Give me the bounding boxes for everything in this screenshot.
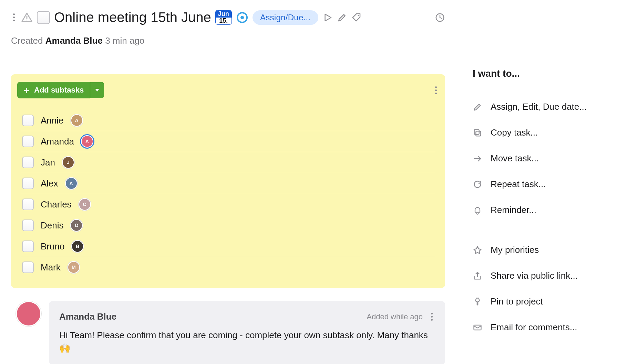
- subtask-checkbox[interactable]: [22, 157, 34, 168]
- more-menu-icon[interactable]: [11, 11, 17, 23]
- tag-icon[interactable]: [351, 12, 362, 23]
- subtasks-panel: ＋ Add subtasks AnnieAAmandaAJanJAlexACha…: [11, 74, 445, 288]
- comment-more-icon[interactable]: [429, 311, 435, 323]
- svg-rect-6: [476, 131, 481, 136]
- add-subtasks-button[interactable]: ＋ Add subtasks: [17, 82, 104, 98]
- task-header: Online meeting 15th June Jun 15. Assign/…: [11, 10, 445, 25]
- subtask-checkbox[interactable]: [22, 136, 34, 147]
- assignee-avatar[interactable]: J: [62, 156, 74, 169]
- action-pin[interactable]: Pin to project: [473, 289, 613, 314]
- comment-avatar: [16, 301, 41, 326]
- comment-bubble: Amanda Blue Added while ago Hi Team! Ple…: [49, 301, 445, 364]
- svg-point-3: [240, 16, 244, 19]
- action-star[interactable]: My priorities: [473, 237, 613, 263]
- subtask-name: Annie: [41, 115, 64, 126]
- copy-icon: [473, 128, 482, 138]
- assignee-avatar[interactable]: A: [81, 135, 93, 148]
- action-label: Repeat task...: [491, 179, 546, 190]
- comment-body: Hi Team! Please confirm that you are com…: [59, 329, 435, 355]
- action-label: Email for comments...: [491, 322, 577, 333]
- arrow-icon: [473, 154, 482, 163]
- assignee-avatar[interactable]: M: [68, 261, 80, 274]
- subtask-name: Bruno: [41, 241, 64, 252]
- comment-time: Added while ago: [367, 312, 423, 321]
- pencil-icon: [473, 102, 482, 112]
- share-icon: [473, 271, 482, 281]
- action-share[interactable]: Share via public link...: [473, 263, 613, 289]
- subtask-row[interactable]: AnnieA: [21, 110, 435, 131]
- subtask-checkbox[interactable]: [22, 178, 34, 189]
- svg-point-1: [27, 19, 28, 20]
- refresh-icon: [473, 180, 482, 189]
- created-time: 3 min ago: [105, 35, 144, 46]
- comment-block: Amanda Blue Added while ago Hi Team! Ple…: [11, 301, 445, 364]
- task-title[interactable]: Online meeting 15th June: [54, 10, 211, 25]
- subtask-checkbox[interactable]: [22, 240, 34, 252]
- action-label: My priorities: [491, 245, 539, 255]
- subtask-name: Charles: [41, 199, 72, 210]
- subtask-row[interactable]: CharlesC: [21, 194, 435, 215]
- subtask-name: Amanda: [41, 136, 74, 147]
- action-label: Reminder...: [491, 205, 536, 215]
- assign-due-button[interactable]: Assign/Due...: [253, 10, 318, 25]
- assignee-avatar[interactable]: A: [71, 114, 83, 127]
- subtask-row[interactable]: MarkM: [21, 257, 435, 278]
- action-arrow[interactable]: Move task...: [473, 146, 613, 171]
- action-label: Copy task...: [491, 127, 538, 138]
- action-label: Move task...: [491, 153, 539, 164]
- created-author: Amanda Blue: [45, 35, 103, 46]
- svg-point-4: [358, 15, 359, 16]
- bell-icon: [473, 205, 482, 215]
- due-date-chip[interactable]: Jun 15.: [215, 10, 232, 25]
- task-complete-checkbox[interactable]: [37, 11, 50, 24]
- subtask-row[interactable]: DenisD: [21, 215, 435, 236]
- subtask-name: Alex: [41, 178, 58, 189]
- subtask-row[interactable]: JanJ: [21, 152, 435, 173]
- subtask-checkbox[interactable]: [22, 220, 34, 231]
- action-label: Share via public link...: [491, 270, 578, 281]
- action-label: Assign, Edit, Due date...: [491, 101, 587, 112]
- pencil-icon[interactable]: [337, 12, 347, 23]
- action-label: Pin to project: [491, 296, 543, 307]
- star-icon: [473, 245, 482, 255]
- due-date-month: Jun: [216, 10, 232, 18]
- envelope-icon: [473, 323, 482, 332]
- add-subtasks-dropdown[interactable]: [90, 82, 104, 98]
- actions-heading: I want to...: [473, 68, 613, 79]
- action-envelope[interactable]: Email for comments...: [473, 314, 613, 340]
- assignee-avatar[interactable]: B: [71, 240, 84, 253]
- subtask-name: Jan: [41, 157, 55, 168]
- due-date-day: 15.: [217, 18, 230, 24]
- action-refresh[interactable]: Repeat task...: [473, 171, 613, 197]
- target-icon[interactable]: [236, 11, 248, 24]
- svg-rect-7: [474, 129, 479, 134]
- subtask-row[interactable]: AlexA: [21, 173, 435, 194]
- subtask-checkbox[interactable]: [22, 115, 34, 126]
- assignee-avatar[interactable]: C: [79, 198, 91, 211]
- history-icon[interactable]: [435, 12, 445, 23]
- created-meta: Created Amanda Blue 3 min ago: [11, 35, 445, 46]
- warning-icon[interactable]: [21, 12, 33, 23]
- subtask-row[interactable]: BrunoB: [21, 236, 435, 257]
- subtask-name: Denis: [41, 220, 63, 231]
- comment-author: Amanda Blue: [59, 311, 116, 322]
- pin-icon: [473, 297, 482, 307]
- action-bell[interactable]: Reminder...: [473, 197, 613, 223]
- subtask-checkbox[interactable]: [22, 199, 34, 210]
- action-copy[interactable]: Copy task...: [473, 120, 613, 146]
- subtask-checkbox[interactable]: [22, 261, 34, 273]
- action-pencil[interactable]: Assign, Edit, Due date...: [473, 94, 613, 120]
- actions-sidebar: I want to... Assign, Edit, Due date...Co…: [473, 10, 613, 364]
- subtask-name: Mark: [41, 262, 61, 273]
- subtasks-more-icon[interactable]: [433, 84, 439, 96]
- assignee-avatar[interactable]: D: [70, 219, 83, 232]
- assignee-avatar[interactable]: A: [65, 177, 78, 190]
- play-icon[interactable]: [322, 12, 333, 23]
- subtask-row[interactable]: AmandaA: [21, 131, 435, 152]
